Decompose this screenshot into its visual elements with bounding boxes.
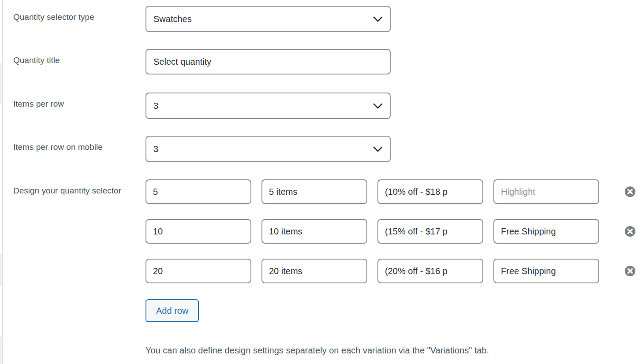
items-per-row-select[interactable]: 3 [146, 93, 391, 119]
form-row-items-per-row: Items per row 3 [0, 93, 642, 119]
design-quantity-selector-label: Design your quantity selector [0, 179, 146, 201]
row1-item-label-input[interactable] [261, 179, 367, 204]
quantity-selector-settings-form: Quantity selector type Swatches Quantity… [0, 0, 642, 356]
row2-quantity-input[interactable] [146, 219, 251, 244]
design-rows-table [146, 179, 642, 283]
circle-x-icon [624, 225, 636, 238]
form-row-quantity-selector-type: Quantity selector type Swatches [0, 6, 642, 32]
design-row-2 [146, 219, 642, 244]
circle-x-icon [624, 265, 636, 277]
row3-item-label-input[interactable] [261, 259, 367, 283]
form-row-items-per-row-mobile: Items per row on mobile 3 [0, 136, 642, 162]
row1-badge-input[interactable] [493, 179, 599, 204]
add-row-button[interactable]: Add row [146, 299, 199, 322]
row1-quantity-input[interactable] [146, 179, 251, 204]
row3-discount-input[interactable] [377, 259, 483, 283]
variations-help-text: You can also define design settings sepa… [146, 345, 642, 356]
row3-badge-input[interactable] [493, 259, 599, 283]
row3-quantity-input[interactable] [146, 259, 251, 283]
circle-x-icon [624, 186, 636, 198]
quantity-selector-type-select[interactable]: Swatches [146, 6, 391, 32]
items-per-row-mobile-select[interactable]: 3 [146, 136, 391, 162]
design-row-1 [146, 179, 642, 204]
form-row-design-quantity-selector: Design your quantity selector [0, 179, 642, 356]
design-row-3 [146, 259, 642, 283]
row1-discount-input[interactable] [377, 179, 483, 204]
items-per-row-mobile-label: Items per row on mobile [0, 136, 146, 157]
row1-remove-button[interactable] [624, 186, 636, 198]
row2-remove-button[interactable] [624, 225, 636, 238]
items-per-row-label: Items per row [0, 93, 146, 114]
row3-remove-button[interactable] [624, 265, 636, 277]
quantity-selector-type-label: Quantity selector type [0, 6, 146, 27]
row2-badge-input[interactable] [493, 219, 599, 244]
quantity-title-label: Quantity title [0, 49, 146, 71]
form-row-quantity-title: Quantity title [0, 49, 642, 74]
row2-discount-input[interactable] [377, 219, 483, 244]
quantity-title-input[interactable] [146, 49, 391, 74]
row2-item-label-input[interactable] [261, 219, 367, 244]
